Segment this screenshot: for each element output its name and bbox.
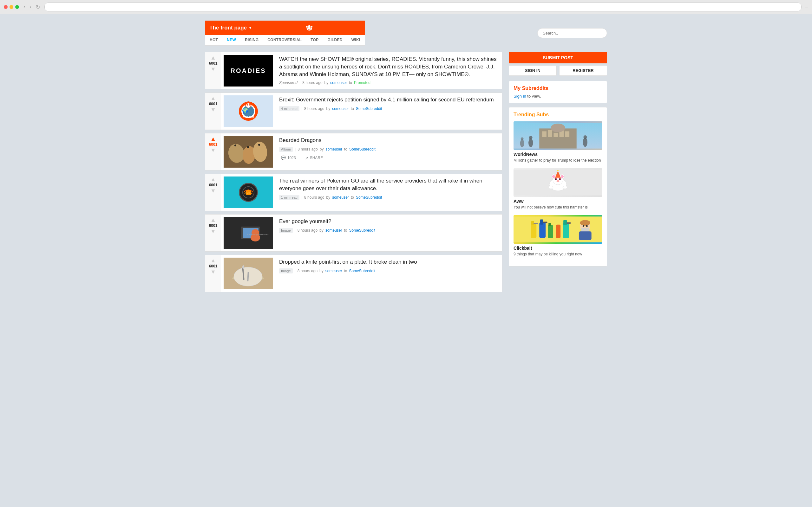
meta-by: by <box>326 107 331 111</box>
post-title[interactable]: Brexit: Government rejects petition sign… <box>279 96 498 104</box>
svg-rect-85 <box>556 224 560 238</box>
svg-point-70 <box>561 175 564 178</box>
post-subreddit[interactable]: SomeSubreddit <box>349 269 375 273</box>
trending-item[interactable]: Aww You will not believe how cute this h… <box>513 168 602 210</box>
post-subreddit[interactable]: SomeSubreddit <box>356 107 382 111</box>
sign-in-link[interactable]: Sign in <box>513 94 526 99</box>
vote-column: ▲ 6001 ▼ <box>205 52 221 89</box>
comments-button[interactable]: 💬 1023 <box>279 154 298 161</box>
post-type-badge: Image <box>279 268 293 274</box>
vote-count: 6001 <box>209 183 217 187</box>
post-card: ▲ 6001 ▼ worldnews 🌍 <box>205 93 502 130</box>
back-button[interactable]: ‹ <box>22 3 26 10</box>
post-author[interactable]: someuser <box>325 269 342 273</box>
svg-point-57 <box>520 139 524 147</box>
minimize-button[interactable] <box>9 5 13 9</box>
downvote-button[interactable]: ▼ <box>210 107 216 112</box>
trending-sub-desc: 9 things that may be killing you right n… <box>513 251 602 257</box>
post-title[interactable]: Dropped a knife point-first on a plate. … <box>279 258 498 266</box>
post-author[interactable]: someuser <box>330 80 347 85</box>
post-author[interactable]: someuser <box>325 147 342 152</box>
upvote-button[interactable]: ▲ <box>210 136 216 142</box>
dropdown-arrow-icon: ▾ <box>249 26 251 30</box>
share-button[interactable]: ↗ SHARE <box>303 154 325 162</box>
post-thumbnail[interactable] <box>223 136 273 168</box>
downvote-button[interactable]: ▼ <box>210 147 216 153</box>
downvote-button[interactable]: ▼ <box>210 228 216 234</box>
post-title[interactable]: Bearded Dragons <box>279 136 498 144</box>
upvote-button[interactable]: ▲ <box>210 217 216 223</box>
svg-point-64 <box>555 178 557 180</box>
tab-gilded[interactable]: GILDED <box>323 35 347 45</box>
post-thumbnail[interactable]: Can I use your computer? <box>223 217 273 249</box>
subreddit-title-bar[interactable]: The front page ▾ <box>205 20 365 35</box>
my-subreddits-text: Sign in to view. <box>513 94 602 99</box>
nav-tabs: HOT NEW RISING CONTROVERSIAL TOP GILDED … <box>205 35 365 46</box>
post-type-badge: 4 min read <box>279 106 299 111</box>
post-author[interactable]: someuser <box>332 195 349 200</box>
tab-wiki[interactable]: WIKI <box>347 35 365 45</box>
post-title[interactable]: Ever google yourself? <box>279 218 498 225</box>
address-bar[interactable] <box>44 3 802 11</box>
trending-thumbnail <box>513 168 602 197</box>
svg-point-55 <box>583 137 588 147</box>
trending-item[interactable]: WorldNews Millions gather to pray for Tr… <box>513 121 602 163</box>
forward-button[interactable]: › <box>28 3 32 10</box>
maximize-button[interactable] <box>15 5 19 9</box>
svg-point-54 <box>529 136 532 139</box>
downvote-button[interactable]: ▼ <box>210 66 216 72</box>
post-subreddit[interactable]: SomeSubreddit <box>349 228 375 233</box>
meta-by: by <box>326 195 331 200</box>
submit-post-button[interactable]: SUBMIT POST <box>509 52 607 63</box>
downvote-button[interactable]: ▼ <box>210 269 216 275</box>
svg-point-68 <box>552 175 555 178</box>
tab-rising[interactable]: RISING <box>241 35 263 45</box>
search-input[interactable] <box>537 28 607 38</box>
browser-navigation: ‹ › ↻ <box>22 3 41 11</box>
post-title[interactable]: The real winners of Pokémon GO are all t… <box>279 177 498 192</box>
auth-buttons: SIGN IN REGISTER <box>509 65 607 76</box>
site-header: The front page ▾ <box>205 20 607 46</box>
post-author[interactable]: someuser <box>332 107 349 111</box>
svg-rect-79 <box>534 223 538 224</box>
tab-top[interactable]: TOP <box>306 35 323 45</box>
vote-count: 6001 <box>209 102 217 106</box>
post-thumbnail[interactable] <box>223 258 273 289</box>
register-button[interactable]: REGISTER <box>559 65 607 76</box>
svg-point-73 <box>557 170 559 171</box>
downvote-button[interactable]: ▼ <box>210 188 216 193</box>
svg-rect-87 <box>563 220 567 225</box>
post-author[interactable]: someuser <box>325 228 342 233</box>
tab-hot[interactable]: HOT <box>205 35 222 45</box>
post-subreddit[interactable]: Promoted <box>354 80 370 85</box>
share-icon: ↗ <box>305 156 308 160</box>
post-subreddit[interactable]: SomeSubreddit <box>356 195 382 200</box>
upvote-button[interactable]: ▲ <box>210 258 216 263</box>
tab-new[interactable]: NEW <box>222 35 241 45</box>
svg-point-3 <box>310 27 311 28</box>
sign-in-button[interactable]: SIGN IN <box>509 65 557 76</box>
svg-text:Can I use your computer?: Can I use your computer? <box>247 233 270 235</box>
post-thumbnail[interactable]: 📶 <box>223 176 273 208</box>
post-subreddit[interactable]: SomeSubreddit <box>349 147 375 152</box>
refresh-button[interactable]: ↻ <box>35 3 41 11</box>
trending-sub-name: Clickbait <box>513 245 602 250</box>
header-left: The front page ▾ <box>205 20 365 46</box>
svg-point-16 <box>246 103 251 108</box>
tab-controversial[interactable]: CONTROVERSIAL <box>263 35 306 45</box>
upvote-button[interactable]: ▲ <box>210 55 216 60</box>
post-thumbnail[interactable]: ROADIES <box>223 55 273 87</box>
upvote-button[interactable]: ▲ <box>210 95 216 101</box>
post-thumbnail[interactable]: worldnews 🌍 <box>223 95 273 127</box>
trending-title: Trending Subs <box>513 112 602 118</box>
svg-rect-77 <box>531 224 537 238</box>
subreddit-title: The front page <box>209 25 247 31</box>
svg-point-93 <box>586 225 588 227</box>
post-title[interactable]: WATCH the new SHOWTIME® original series,… <box>279 55 498 78</box>
close-button[interactable] <box>4 5 8 9</box>
upvote-button[interactable]: ▲ <box>210 176 216 182</box>
post-meta: Image | 8 hours ago by someuser to SomeS… <box>279 268 498 274</box>
svg-rect-80 <box>539 222 546 238</box>
browser-menu-button[interactable]: ≡ <box>805 4 808 10</box>
trending-item[interactable]: Clickbait 9 things that may be killing y… <box>513 215 602 257</box>
